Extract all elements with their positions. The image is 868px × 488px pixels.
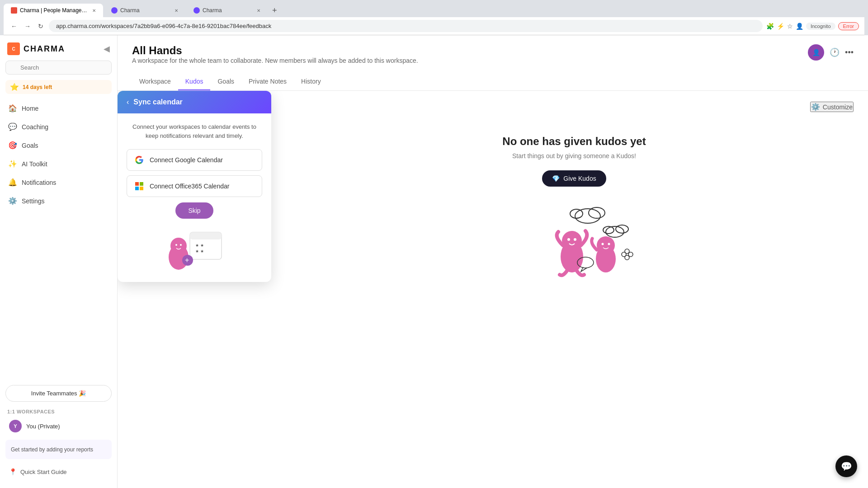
skip-button[interactable]: Skip (175, 202, 213, 219)
popup-back-button[interactable]: ‹ (127, 98, 129, 106)
nav-items: 🏠 Home 💬 Coaching 🎯 Goals ✨ AI Toolkit 🔔… (0, 98, 117, 381)
workspace-avatar: Y (9, 420, 22, 432)
tab-1[interactable]: Charma | People Management ... ✕ (4, 4, 103, 17)
reload-button[interactable]: ↻ (36, 21, 45, 32)
customize-button[interactable]: ⚙️ Customize (810, 102, 854, 112)
incognito-badge: Incognito (806, 23, 835, 30)
tab-1-title: Charma | People Management ... (20, 7, 90, 14)
workspace-item-private[interactable]: Y You (Private) (4, 416, 113, 436)
logo-icon: C (7, 42, 20, 55)
tab-1-favicon (11, 7, 17, 14)
quick-start-icon: 📍 (9, 468, 17, 475)
trial-text: 14 days left (23, 84, 52, 90)
sidebar-item-coaching[interactable]: 💬 Coaching (4, 118, 113, 136)
chat-bubble[interactable]: 💬 (835, 455, 857, 477)
address-bar-icons: 🧩 ⚡ ☆ 👤 Incognito Error (766, 22, 859, 30)
popup-illustration-svg: ★ ★ ★ ★ + (154, 223, 235, 273)
trial-badge: ⭐ 14 days left (5, 80, 112, 94)
quick-start-guide[interactable]: 📍 Quick Start Guide (4, 465, 113, 479)
tab-workspace[interactable]: Workspace (132, 73, 178, 90)
extension-icon-1[interactable]: 🧩 (766, 23, 774, 30)
tab-private-notes[interactable]: Private Notes (241, 73, 294, 90)
svg-rect-3 (140, 187, 143, 190)
extension-icon-2[interactable]: ⚡ (777, 23, 784, 30)
user-avatar-button[interactable]: 👤 (808, 44, 824, 61)
tab-bar: Charma | People Management ... ✕ Charma … (4, 4, 864, 17)
tab-1-close[interactable]: ✕ (92, 8, 96, 13)
svg-point-22 (567, 238, 570, 241)
back-button[interactable]: ← (9, 21, 19, 32)
svg-point-10 (175, 244, 177, 246)
sidebar-item-coaching-label: Coaching (22, 123, 48, 131)
kudos-empty-subtitle: Start things out by giving someone a Kud… (512, 152, 636, 160)
clock-icon[interactable]: 🕐 (830, 47, 840, 57)
invite-teammates-button[interactable]: Invite Teammates 🎉 (5, 385, 112, 402)
error-badge[interactable]: Error (838, 22, 859, 30)
header-actions: 👤 🕐 ••• (808, 44, 854, 61)
kudos-empty-state: No one has given kudos yet Start things … (295, 121, 854, 302)
svg-point-27 (608, 243, 610, 245)
header-top: All Hands A workspace for the whole team… (132, 44, 854, 70)
trial-icon: ⭐ (10, 83, 19, 91)
ai-toolkit-icon: ✨ (8, 160, 17, 168)
sidebar-item-settings[interactable]: ⚙️ Settings (4, 192, 113, 210)
main-body: Kudos ⚙️ Customize ‹ Sync calendar Conne… (118, 91, 868, 488)
profile-icon[interactable]: 👤 (796, 23, 803, 30)
svg-point-21 (562, 231, 582, 251)
svg-point-17 (606, 226, 624, 237)
tab-2[interactable]: Charma ✕ (104, 4, 185, 17)
new-tab-button[interactable]: + (269, 4, 281, 17)
google-cal-label: Connect Google Calendar (150, 156, 223, 164)
connect-google-calendar-button[interactable]: Connect Google Calendar (127, 149, 262, 171)
svg-rect-0 (135, 182, 139, 186)
forward-button[interactable]: → (23, 21, 33, 32)
popup-body: Connect your workspaces to calendar even… (118, 113, 271, 282)
tab-2-favicon (111, 7, 118, 14)
kudos-empty-title: No one has given kudos yet (502, 135, 646, 148)
content-area: Kudos ⚙️ Customize ‹ Sync calendar Conne… (118, 91, 868, 488)
chat-icon: 💬 (841, 461, 852, 472)
content-tabs: Workspace Kudos Goals Private Notes Hist… (132, 73, 854, 90)
tab-3-close[interactable]: ✕ (257, 8, 260, 13)
sidebar-item-goals-label: Goals (22, 142, 38, 149)
svg-text:★ ★: ★ ★ (195, 249, 204, 253)
google-icon (134, 155, 144, 165)
tab-3[interactable]: Charma ✕ (186, 4, 268, 17)
tab-goals[interactable]: Goals (210, 73, 241, 90)
sidebar-collapse-button[interactable]: ◀ (104, 44, 110, 54)
svg-point-14 (575, 209, 600, 223)
tab-2-close[interactable]: ✕ (175, 8, 178, 13)
workspaces-label: 1:1 Workspaces (0, 405, 117, 416)
popup-illustration: ★ ★ ★ ★ + (127, 219, 262, 273)
tab-kudos[interactable]: Kudos (178, 73, 211, 90)
app: C CHARMA ◀ 🔍 ⭐ 14 days left 🏠 Home 💬 Coa… (0, 35, 868, 488)
svg-point-15 (589, 207, 605, 218)
sidebar-item-ai-toolkit[interactable]: ✨ AI Toolkit (4, 155, 113, 173)
main-content: All Hands A workspace for the whole team… (118, 35, 868, 488)
search-input[interactable] (5, 61, 112, 75)
main-header: All Hands A workspace for the whole team… (118, 35, 868, 91)
sidebar-item-goals[interactable]: 🎯 Goals (4, 136, 113, 154)
browser-chrome: Charma | People Management ... ✕ Charma … (0, 0, 868, 35)
url-input[interactable] (49, 20, 763, 32)
kudos-svg (506, 196, 642, 286)
star-icon[interactable]: ☆ (787, 23, 793, 30)
page-title: All Hands (132, 44, 418, 57)
svg-point-31 (625, 255, 629, 260)
kudos-gem-icon: 💎 (552, 175, 560, 182)
popup-header: ‹ Sync calendar (118, 91, 271, 113)
office365-cal-label: Connect Office365 Calendar (150, 183, 229, 190)
svg-rect-2 (135, 187, 139, 190)
sidebar-item-notifications[interactable]: 🔔 Notifications (4, 174, 113, 191)
logo: C CHARMA (7, 42, 65, 55)
sidebar-item-home[interactable]: 🏠 Home (4, 99, 113, 117)
svg-point-16 (570, 209, 583, 218)
page-subtitle: A workspace for the whole team to collab… (132, 57, 418, 64)
tab-history[interactable]: History (294, 73, 328, 90)
quick-start-label: Quick Start Guide (20, 469, 67, 475)
connect-office365-calendar-button[interactable]: Connect Office365 Calendar (127, 175, 262, 197)
more-options-icon[interactable]: ••• (845, 48, 854, 57)
svg-rect-5 (190, 232, 222, 239)
settings-icon: ⚙️ (8, 197, 17, 205)
give-kudos-button[interactable]: 💎 Give Kudos (542, 170, 606, 187)
